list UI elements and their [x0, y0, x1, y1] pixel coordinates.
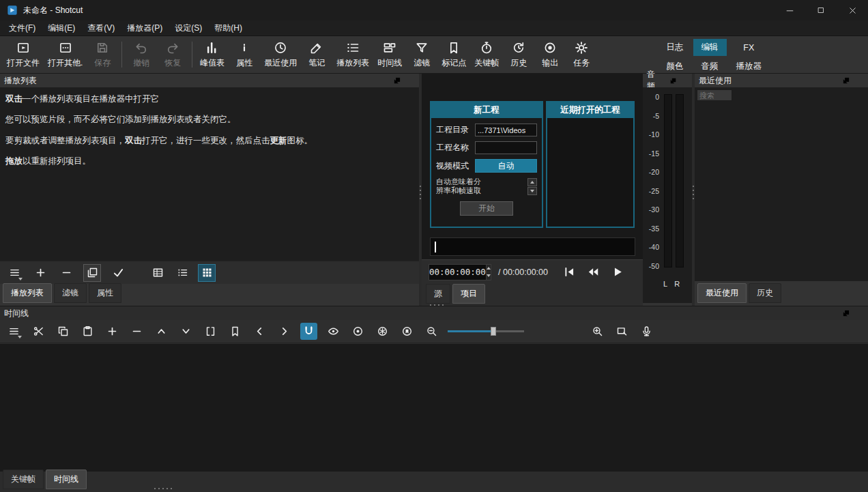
- marker-button[interactable]: [227, 323, 244, 340]
- video-mode-button[interactable]: 自动: [475, 159, 537, 173]
- playlist-button[interactable]: 播放列表: [332, 38, 373, 71]
- close-panel-icon[interactable]: [854, 308, 864, 318]
- rewind-button[interactable]: [585, 264, 601, 280]
- playlist-add-button[interactable]: [31, 264, 49, 282]
- view-tiles-button[interactable]: [173, 264, 191, 282]
- timecode-up-button[interactable]: [487, 265, 491, 272]
- peak-meter-button[interactable]: 峰值表: [196, 38, 229, 71]
- jobs-button[interactable]: 任务: [566, 38, 597, 71]
- append-button[interactable]: [104, 323, 121, 340]
- close-panel-icon[interactable]: [680, 76, 688, 85]
- redo-button[interactable]: 恢复: [157, 38, 188, 71]
- copy-icon: [57, 325, 69, 337]
- menu-settings[interactable]: 设定(S): [169, 20, 208, 36]
- lift-button[interactable]: [153, 323, 170, 340]
- menu-help[interactable]: 帮助(H): [208, 20, 248, 36]
- recent-button[interactable]: 最近使用: [260, 38, 301, 71]
- tab-keyframes[interactable]: 关键帧: [3, 469, 44, 489]
- view-icons-button[interactable]: [198, 264, 216, 282]
- scroll-up-button[interactable]: [527, 178, 537, 186]
- recent-search-input[interactable]: [697, 89, 732, 101]
- funnel-icon: [415, 40, 429, 55]
- layout-log-button[interactable]: 日志: [659, 39, 692, 56]
- paste-button[interactable]: [79, 323, 96, 340]
- menu-player[interactable]: 播放器(P): [121, 20, 169, 36]
- layout-edit-button[interactable]: 编辑: [693, 39, 727, 56]
- layout-player-button[interactable]: 播放器: [728, 58, 770, 75]
- skip-to-start-button[interactable]: [561, 264, 577, 280]
- slider-handle[interactable]: [491, 327, 496, 336]
- close-panel-icon[interactable]: [405, 76, 415, 85]
- tab-filters[interactable]: 滤镜: [54, 283, 87, 303]
- save-button[interactable]: 保存: [87, 38, 118, 71]
- menu-view[interactable]: 查看(V): [81, 20, 121, 36]
- tab-playlist[interactable]: 播放列表: [3, 283, 52, 303]
- start-button[interactable]: 开始: [460, 201, 513, 216]
- copy-button[interactable]: [55, 323, 72, 340]
- history-icon: [512, 40, 525, 55]
- snap-toggle-button[interactable]: [300, 323, 317, 340]
- float-panel-icon[interactable]: [392, 76, 402, 85]
- timeline-menu-button[interactable]: [5, 323, 23, 340]
- layout-fx-button[interactable]: FX: [728, 39, 770, 56]
- tab-source[interactable]: 源: [426, 284, 450, 304]
- play-button[interactable]: [609, 264, 625, 280]
- menu-file[interactable]: 文件(F): [3, 20, 42, 36]
- float-panel-icon[interactable]: [841, 76, 851, 85]
- zoom-out-button[interactable]: [423, 323, 440, 340]
- timecode-field[interactable]: 00:00:00:00: [429, 264, 491, 280]
- maximize-button[interactable]: [805, 0, 837, 20]
- ripple-toggle-button[interactable]: [349, 323, 366, 340]
- recent-projects-list[interactable]: [547, 118, 633, 227]
- open-other-button[interactable]: 打开其他.: [44, 38, 87, 71]
- timeline-button[interactable]: 时间线: [373, 38, 406, 71]
- playlist-remove-button[interactable]: [57, 264, 75, 282]
- playlist-update-button[interactable]: [83, 264, 101, 282]
- zoom-in-button[interactable]: [589, 323, 606, 340]
- layout-color-button[interactable]: 颜色: [659, 58, 692, 75]
- player-seek-bar[interactable]: [430, 237, 635, 256]
- tab-timeline[interactable]: 时间线: [46, 469, 87, 489]
- record-audio-button[interactable]: [638, 323, 655, 340]
- ripple-markers-button[interactable]: [399, 323, 416, 340]
- next-marker-button[interactable]: [276, 323, 293, 340]
- project-dir-input[interactable]: [475, 124, 537, 136]
- tab-history[interactable]: 历史: [749, 283, 781, 303]
- tab-project[interactable]: 项目: [452, 284, 485, 304]
- overwrite-button[interactable]: [177, 323, 194, 340]
- history-button[interactable]: 历史: [503, 38, 534, 71]
- cut-button[interactable]: [30, 323, 47, 340]
- float-panel-icon[interactable]: [841, 308, 851, 318]
- filters-button[interactable]: 滤镜: [406, 38, 437, 71]
- tab-recent[interactable]: 最近使用: [697, 283, 747, 303]
- markers-button[interactable]: 标记点: [437, 38, 470, 71]
- keyframes-button[interactable]: 关键帧: [470, 38, 503, 71]
- playlist-apply-button[interactable]: [109, 264, 127, 282]
- close-button[interactable]: [837, 0, 868, 20]
- previous-marker-button[interactable]: [251, 323, 268, 340]
- scrub-while-dragging-button[interactable]: [325, 323, 342, 340]
- undo-button[interactable]: 撤销: [126, 38, 157, 71]
- float-panel-icon[interactable]: [669, 76, 677, 85]
- tab-properties[interactable]: 属性: [89, 283, 121, 303]
- view-details-button[interactable]: [149, 264, 167, 282]
- scroll-down-button[interactable]: [527, 187, 537, 195]
- playlist-menu-button[interactable]: [5, 264, 23, 282]
- output-button[interactable]: 输出: [534, 38, 566, 71]
- notes-button[interactable]: 笔记: [301, 38, 332, 71]
- project-name-input[interactable]: [475, 141, 537, 154]
- timeline-zoom-slider[interactable]: [448, 326, 524, 336]
- layout-audio-button[interactable]: 音频: [693, 58, 727, 75]
- timecode-down-button[interactable]: [487, 272, 491, 280]
- ripple-all-tracks-button[interactable]: [374, 323, 391, 340]
- split-button[interactable]: [202, 323, 219, 340]
- open-file-button[interactable]: 打开文件: [3, 38, 44, 71]
- menu-edit[interactable]: 编辑(E): [42, 20, 81, 36]
- timeline-tracks-area[interactable]: [0, 344, 868, 472]
- zoom-fit-button[interactable]: [613, 323, 631, 340]
- properties-button[interactable]: 属性: [229, 38, 260, 71]
- minimize-button[interactable]: [774, 0, 805, 20]
- ripple-delete-button[interactable]: [128, 323, 145, 340]
- redo-icon: [166, 40, 179, 55]
- close-panel-icon[interactable]: [854, 76, 864, 85]
